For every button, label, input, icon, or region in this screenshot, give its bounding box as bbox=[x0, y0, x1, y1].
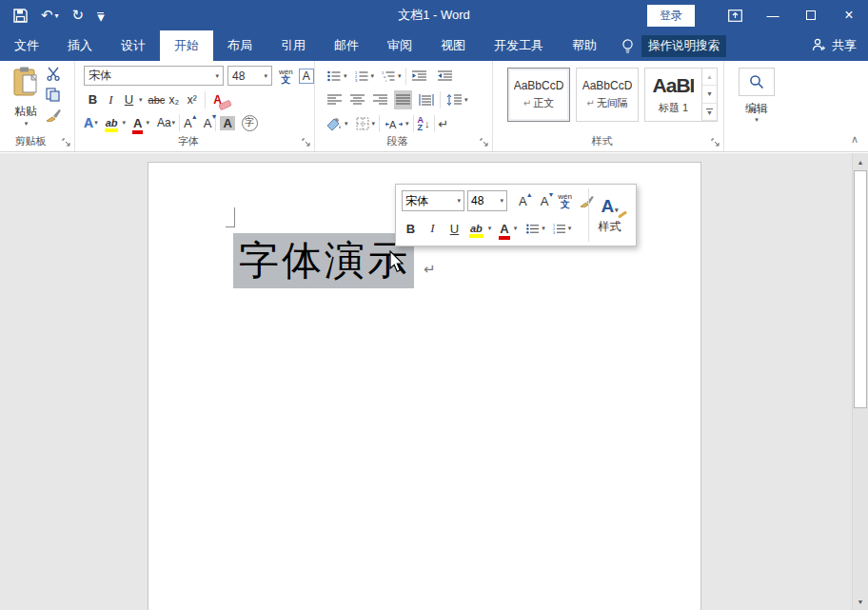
asian-layout-icon[interactable]: A bbox=[384, 114, 404, 133]
character-shading-icon[interactable]: A bbox=[220, 116, 234, 130]
tab-review[interactable]: 审阅 bbox=[373, 30, 426, 61]
minimize-button[interactable]: — bbox=[754, 0, 792, 30]
undo-dropdown-icon[interactable]: ▾ bbox=[55, 11, 59, 20]
sort-icon[interactable]: AZ ↓ bbox=[418, 116, 430, 131]
styles-gallery-more-icon[interactable]: ▼ bbox=[702, 104, 717, 121]
strikethrough-button[interactable]: abc bbox=[148, 94, 166, 106]
highlight-dropdown-icon[interactable]: ▾ bbox=[122, 119, 126, 127]
share-button[interactable]: 共享 bbox=[812, 30, 857, 61]
change-case-button[interactable]: Aa bbox=[157, 116, 171, 129]
justify-icon[interactable] bbox=[394, 90, 412, 109]
font-color-dropdown-icon[interactable]: ▾ bbox=[146, 119, 149, 127]
tab-developer[interactable]: 开发工具 bbox=[480, 30, 558, 61]
italic-button[interactable]: I bbox=[102, 90, 120, 108]
numbering-icon[interactable]: 123 bbox=[353, 67, 370, 86]
tab-help[interactable]: 帮助 bbox=[558, 30, 611, 61]
vertical-scrollbar[interactable]: ▲ ▼ bbox=[852, 153, 868, 610]
font-color-icon[interactable]: A bbox=[133, 116, 142, 130]
borders-icon[interactable] bbox=[354, 114, 371, 133]
underline-button[interactable]: U bbox=[120, 90, 138, 108]
styles-scroll-down-icon[interactable]: ▼ bbox=[702, 86, 717, 103]
shrink-font-button[interactable]: A▼ bbox=[204, 116, 212, 130]
scrollbar-up-icon[interactable]: ▲ bbox=[853, 155, 868, 168]
tab-mailings[interactable]: 邮件 bbox=[320, 30, 373, 61]
font-dialog-launcher-icon[interactable] bbox=[302, 138, 311, 148]
mini-font-color-icon[interactable]: A bbox=[500, 222, 508, 236]
tab-view[interactable]: 视图 bbox=[426, 30, 480, 61]
distribute-icon[interactable] bbox=[417, 90, 436, 109]
multilevel-dropdown-icon[interactable]: ▾ bbox=[398, 72, 402, 80]
shading-icon[interactable] bbox=[324, 114, 344, 133]
document-area[interactable]: 字体演示 ↵ 宋体▾ 48▾ A▲ A▼ wén文 B bbox=[0, 153, 868, 610]
decrease-indent-icon[interactable] bbox=[410, 67, 428, 86]
align-right-icon[interactable] bbox=[371, 90, 389, 109]
tell-me-search[interactable]: 操作说明搜索 bbox=[641, 35, 726, 57]
paste-button[interactable]: 粘贴 ▾ bbox=[8, 66, 44, 136]
mini-font-size-combo[interactable]: 48▾ bbox=[467, 190, 507, 211]
clear-formatting-icon[interactable]: A bbox=[213, 93, 222, 107]
font-name-combo[interactable]: 宋体▾ bbox=[84, 66, 224, 86]
editing-label[interactable]: 编辑 bbox=[725, 101, 788, 117]
scrollbar-thumb[interactable] bbox=[854, 170, 867, 408]
show-hide-marks-icon[interactable]: ↵ bbox=[439, 117, 449, 131]
mini-numbering-icon[interactable]: 123 bbox=[551, 219, 567, 238]
highlight-color-icon[interactable]: ab bbox=[106, 117, 118, 128]
style-normal[interactable]: AaBbCcD ↵正文 bbox=[507, 68, 570, 122]
enclose-characters-icon[interactable]: 字 bbox=[242, 115, 258, 131]
selected-text[interactable]: 字体演示 bbox=[233, 233, 414, 288]
superscript-button[interactable]: x² bbox=[183, 90, 201, 108]
subscript-button[interactable]: x₂ bbox=[165, 90, 183, 108]
undo-icon[interactable]: ↶▾ bbox=[41, 7, 59, 24]
paragraph-dialog-launcher-icon[interactable] bbox=[480, 138, 489, 148]
tab-file[interactable]: 文件 bbox=[0, 30, 53, 61]
tab-home[interactable]: 开始 bbox=[160, 30, 213, 61]
shading-dropdown-icon[interactable]: ▾ bbox=[345, 120, 348, 128]
mini-underline-button[interactable]: U bbox=[445, 220, 464, 238]
tab-design[interactable]: 设计 bbox=[107, 30, 160, 61]
collapse-ribbon-icon[interactable]: ∧ bbox=[851, 133, 858, 146]
format-painter-icon[interactable] bbox=[46, 108, 61, 122]
text-effects-icon[interactable]: A bbox=[84, 115, 93, 130]
text-effects-dropdown-icon[interactable]: ▾ bbox=[94, 119, 98, 127]
mini-font-color-dropdown-icon[interactable]: ▾ bbox=[514, 225, 518, 232]
scrollbar-down-icon[interactable]: ▼ bbox=[853, 595, 868, 608]
bullets-icon[interactable] bbox=[326, 67, 343, 86]
bullets-dropdown-icon[interactable]: ▾ bbox=[344, 72, 347, 80]
line-spacing-icon[interactable] bbox=[444, 90, 464, 109]
style-no-spacing[interactable]: AaBbCcD ↵无间隔 bbox=[576, 68, 639, 122]
borders-dropdown-icon[interactable]: ▾ bbox=[372, 120, 376, 128]
mini-bold-button[interactable]: B bbox=[402, 220, 420, 238]
mini-phonetic-guide-icon[interactable]: wén文 bbox=[558, 193, 572, 208]
tab-references[interactable]: 引用 bbox=[266, 30, 320, 61]
maximize-button[interactable] bbox=[792, 0, 830, 30]
increase-indent-icon[interactable] bbox=[436, 67, 454, 86]
tab-insert[interactable]: 插入 bbox=[53, 30, 107, 61]
bold-button[interactable]: B bbox=[84, 90, 102, 108]
styles-dialog-launcher-icon[interactable] bbox=[711, 138, 720, 148]
mini-numbering-dropdown-icon[interactable]: ▾ bbox=[568, 225, 572, 232]
grow-font-button[interactable]: A▲ bbox=[184, 116, 192, 130]
mini-grow-font-icon[interactable]: A▲ bbox=[519, 194, 527, 208]
mini-shrink-font-icon[interactable]: A▼ bbox=[541, 194, 549, 208]
mini-highlight-dropdown-icon[interactable]: ▾ bbox=[488, 225, 492, 232]
line-spacing-dropdown-icon[interactable]: ▾ bbox=[464, 96, 468, 104]
mini-bullets-dropdown-icon[interactable]: ▾ bbox=[542, 225, 545, 232]
find-button[interactable] bbox=[739, 68, 775, 96]
ribbon-display-options-icon[interactable] bbox=[716, 0, 754, 30]
customize-qat-icon[interactable]: ▾ bbox=[97, 12, 105, 19]
mini-highlight-icon[interactable]: ab bbox=[470, 223, 483, 234]
editing-dropdown-icon[interactable]: ▾ bbox=[725, 116, 788, 124]
mini-styles-button[interactable]: A▾ 样式 bbox=[588, 188, 630, 242]
mini-italic-button[interactable]: I bbox=[424, 220, 442, 238]
align-left-icon[interactable] bbox=[326, 90, 344, 109]
save-icon[interactable] bbox=[13, 9, 28, 23]
mini-bullets-icon[interactable] bbox=[524, 219, 541, 238]
character-border-icon[interactable]: A bbox=[299, 69, 314, 84]
numbering-dropdown-icon[interactable]: ▾ bbox=[371, 72, 375, 80]
signin-button[interactable]: 登录 bbox=[647, 5, 695, 27]
font-size-combo[interactable]: 48▾ bbox=[227, 66, 272, 86]
mini-font-name-combo[interactable]: 宋体▾ bbox=[402, 190, 464, 211]
clipboard-dialog-launcher-icon[interactable] bbox=[62, 138, 71, 148]
align-center-icon[interactable] bbox=[348, 90, 366, 109]
copy-icon[interactable] bbox=[46, 88, 61, 102]
